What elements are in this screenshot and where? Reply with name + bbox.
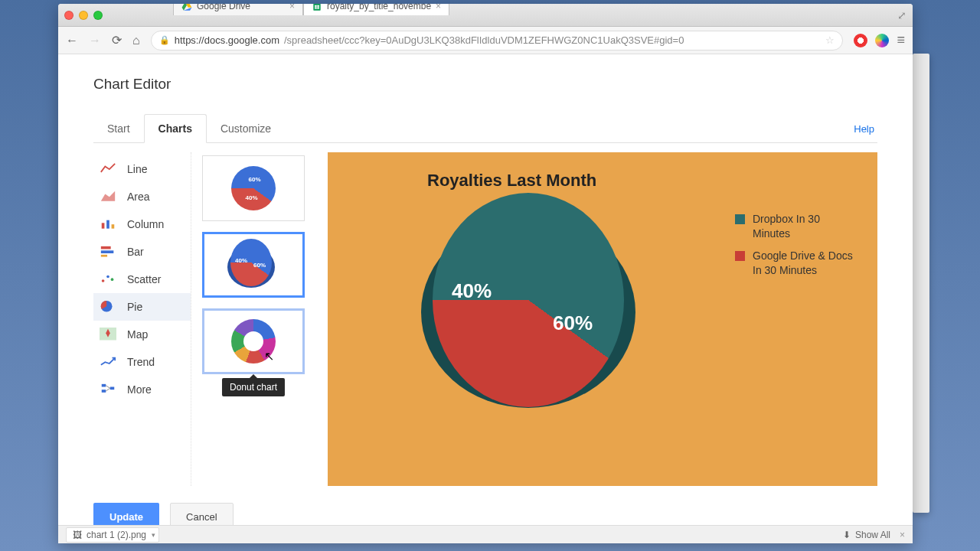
zoom-window-icon[interactable] — [93, 11, 103, 20]
type-more[interactable]: More — [93, 376, 191, 403]
line-chart-icon — [100, 162, 116, 176]
type-column[interactable]: Column — [93, 210, 191, 238]
url-field[interactable]: 🔒 https://docs.google.com/spreadsheet/cc… — [151, 31, 844, 51]
slice-label-40: 40% — [452, 279, 492, 303]
chart-preview: Royalties Last Month 40% 60% Dropbox In … — [328, 152, 877, 486]
type-scatter[interactable]: Scatter — [93, 266, 191, 293]
show-all-downloads[interactable]: ⬇ Show All × — [843, 530, 905, 540]
type-trend[interactable]: Trend — [93, 348, 191, 376]
svg-point-16 — [111, 278, 114, 281]
home-button[interactable]: ⌂ — [132, 34, 140, 47]
editor-tabs: Start Charts Customize Help — [93, 114, 877, 143]
dialog-buttons: Update Cancel — [93, 486, 234, 525]
svg-rect-8 — [102, 223, 105, 228]
svg-rect-10 — [112, 224, 115, 229]
drive-favicon-icon — [181, 4, 192, 11]
thumb-donut[interactable]: ↖ Donut chart — [202, 308, 305, 374]
legend-item: Dropbox In 30 Minutes — [735, 212, 858, 241]
type-label: More — [127, 383, 152, 396]
tab-label: Google Drive — [197, 4, 250, 11]
type-line[interactable]: Line — [93, 155, 191, 183]
window-controls — [64, 11, 103, 20]
thumb-label: 40% — [235, 257, 247, 264]
more-chart-icon — [100, 383, 116, 396]
svg-point-14 — [102, 279, 105, 282]
extension-icon[interactable] — [854, 34, 867, 47]
svg-rect-13 — [101, 255, 107, 257]
type-area[interactable]: Area — [93, 183, 191, 210]
svg-rect-20 — [102, 390, 106, 393]
svg-line-23 — [106, 388, 110, 391]
tab-start[interactable]: Start — [93, 115, 144, 142]
image-file-icon: 🖼 — [73, 530, 82, 540]
trend-chart-icon — [100, 355, 116, 369]
close-tab-icon[interactable]: × — [436, 4, 441, 11]
tab-charts[interactable]: Charts — [144, 114, 207, 143]
cancel-button[interactable]: Cancel — [170, 503, 233, 525]
type-map[interactable]: Map — [93, 321, 191, 348]
lock-icon: 🔒 — [159, 35, 170, 45]
help-link[interactable]: Help — [851, 116, 877, 142]
update-button[interactable]: Update — [93, 503, 159, 525]
tab-customize[interactable]: Customize — [207, 115, 285, 142]
extension-icons: ≡ — [854, 32, 905, 48]
minimize-window-icon[interactable] — [79, 11, 88, 20]
svg-marker-7 — [101, 191, 115, 201]
bookmark-icon[interactable]: ☆ — [825, 34, 835, 46]
chart-title: Royalties Last Month — [421, 171, 861, 191]
type-pie[interactable]: Pie — [93, 293, 191, 321]
forward-button[interactable]: → — [89, 34, 101, 47]
thumb-label: 40% — [245, 194, 257, 201]
editor-body: Line Area Column Bar Scatter — [93, 143, 877, 486]
sheets-favicon-icon — [312, 4, 322, 11]
reload-button[interactable]: ⟳ — [112, 33, 122, 47]
tab-google-drive[interactable]: Google Drive × — [173, 4, 303, 15]
type-label: Scatter — [127, 273, 161, 285]
extension-icon[interactable] — [875, 34, 889, 47]
type-bar[interactable]: Bar — [93, 238, 191, 266]
slice-label-60: 60% — [553, 311, 593, 335]
url-host: https://docs.google.com — [175, 34, 279, 46]
address-bar: ← → ⟳ ⌂ 🔒 https://docs.google.com/spread… — [58, 27, 913, 54]
close-tab-icon[interactable]: × — [289, 4, 295, 11]
type-label: Column — [127, 218, 164, 230]
page-title: Chart Editor — [93, 76, 877, 93]
type-label: Map — [127, 328, 148, 341]
download-chip[interactable]: 🖼 chart 1 (2).png — [66, 527, 159, 543]
chart-type-list: Line Area Column Bar Scatter — [93, 152, 191, 486]
tab-spreadsheet[interactable]: royalty_by_title_novembe × — [303, 4, 449, 15]
legend-label: Google Drive & Docs In 30 Minutes — [753, 249, 858, 278]
download-filename: chart 1 (2).png — [87, 530, 146, 540]
thumb-pie-2d[interactable]: 40% 60% — [202, 155, 305, 221]
thumb-label: 60% — [248, 176, 260, 183]
close-bar-icon[interactable]: × — [900, 530, 905, 540]
svg-marker-1 — [182, 4, 187, 11]
menu-icon[interactable]: ≡ — [897, 32, 905, 48]
back-button[interactable]: ← — [66, 34, 78, 47]
show-all-label: Show All — [855, 530, 890, 540]
type-label: Pie — [127, 301, 142, 313]
tooltip: Donut chart — [222, 378, 285, 396]
thumb-pie-3d[interactable]: 40% 60% — [202, 232, 305, 298]
bar-chart-icon — [100, 245, 116, 259]
svg-line-22 — [106, 386, 110, 389]
type-label: Bar — [127, 246, 144, 258]
browser-tabs: Google Drive × royalty_by_title_novembe … — [173, 4, 449, 15]
legend-label: Dropbox In 30 Minutes — [753, 212, 858, 241]
thumb-label: 60% — [253, 262, 266, 269]
type-label: Trend — [127, 356, 155, 368]
pie-subtypes: 40% 60% 40% 60% ↖ Donut chart — [191, 152, 314, 486]
column-chart-icon — [100, 217, 116, 231]
area-chart-icon — [100, 190, 116, 204]
downloads-bar: 🖼 chart 1 (2).png ⬇ Show All × — [58, 525, 913, 543]
expand-icon[interactable]: ⤢ — [897, 9, 906, 21]
page-content: Chart Editor Start Charts Customize Help… — [58, 54, 913, 525]
svg-point-15 — [106, 276, 109, 279]
pie-chart: 40% 60% — [421, 204, 643, 403]
titlebar: Google Drive × royalty_by_title_novembe … — [58, 4, 913, 27]
svg-rect-9 — [106, 220, 109, 229]
close-window-icon[interactable] — [64, 11, 74, 20]
pie-chart-icon — [100, 300, 116, 314]
background-panel — [913, 54, 929, 513]
svg-rect-12 — [101, 250, 114, 253]
